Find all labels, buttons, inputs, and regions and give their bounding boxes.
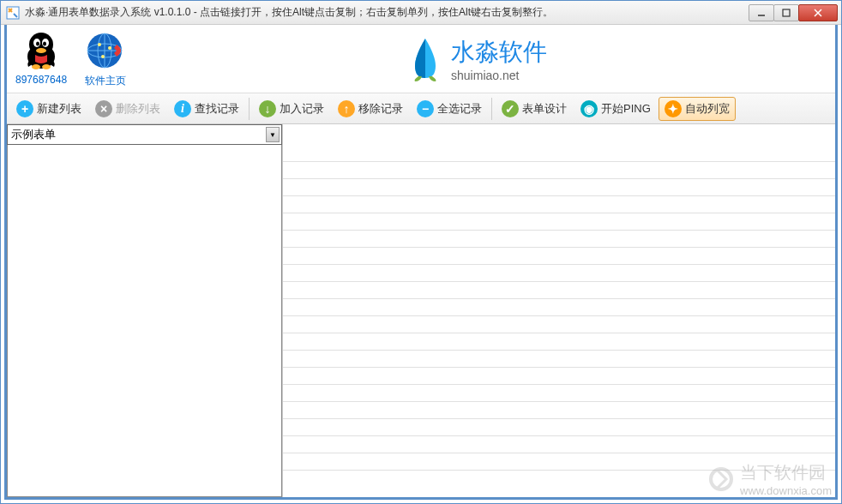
grid-row[interactable] [283, 333, 835, 351]
droplet-icon [406, 35, 444, 83]
remove-record-button[interactable]: ↑ 移除记录 [332, 97, 409, 121]
svg-point-7 [36, 42, 39, 46]
grid-row[interactable] [283, 351, 835, 368]
toolbar-separator [249, 98, 250, 120]
grid-row[interactable] [283, 162, 835, 179]
svg-point-18 [108, 46, 111, 50]
svg-point-11 [42, 64, 51, 69]
content-area: 示例表单 ▼ [7, 124, 835, 497]
form-design-label: 表单设计 [522, 101, 567, 117]
svg-point-19 [101, 55, 105, 58]
down-arrow-icon: ↓ [259, 100, 276, 117]
plus-icon: + [16, 100, 33, 117]
app-body: 897687648 软件主页 [4, 25, 838, 500]
minus-icon: − [417, 100, 434, 117]
qq-icon [20, 29, 63, 72]
window-title: 水淼·通用表单数据录入系统 v1.0.1.0 - 点击链接打开，按住Alt键点击… [25, 5, 749, 20]
info-icon: i [174, 100, 191, 117]
up-arrow-icon: ↑ [338, 100, 355, 117]
qq-label: 897687648 [15, 74, 67, 86]
x-icon: × [95, 100, 112, 117]
svg-point-10 [32, 64, 40, 69]
grid-row[interactable] [283, 299, 835, 316]
chevron-down-icon: ▼ [266, 127, 280, 142]
grid-row[interactable] [283, 231, 835, 248]
width-icon: ✦ [665, 100, 682, 117]
svg-rect-2 [783, 9, 790, 16]
globe-icon [84, 29, 127, 72]
app-window: 水淼·通用表单数据录入系统 v1.0.1.0 - 点击链接打开，按住Alt键点击… [0, 0, 842, 504]
grid-row[interactable] [283, 265, 835, 282]
check-icon: ✓ [502, 100, 519, 117]
qq-block[interactable]: 897687648 [15, 29, 67, 88]
svg-point-9 [36, 48, 46, 53]
left-panel: 示例表单 ▼ [7, 124, 283, 497]
auto-width-label: 自动列宽 [685, 101, 730, 117]
header-left: 897687648 软件主页 [15, 29, 127, 88]
new-list-label: 新建列表 [37, 101, 81, 117]
remove-record-label: 移除记录 [358, 101, 403, 117]
select-all-button[interactable]: − 全选记录 [411, 97, 488, 121]
form-design-button[interactable]: ✓ 表单设计 [496, 97, 573, 121]
grid-row[interactable] [283, 385, 835, 402]
app-icon [6, 6, 20, 20]
logo-main: 水淼软件 [451, 36, 547, 69]
form-dropdown[interactable]: 示例表单 ▼ [7, 124, 282, 145]
grid-row[interactable] [283, 282, 835, 299]
window-controls [749, 4, 838, 21]
left-list[interactable] [7, 145, 282, 497]
ping-icon: ◉ [580, 100, 598, 117]
dropdown-selected: 示例表单 [11, 127, 56, 142]
watermark-sub: www.downxia.com [740, 484, 832, 497]
header-center: 水淼软件 shuimiao.net [127, 35, 827, 83]
minimize-button[interactable] [749, 4, 774, 21]
grid-row[interactable] [283, 145, 835, 162]
start-ping-button[interactable]: ◉ 开始PING [574, 97, 657, 121]
watermark-main: 当下软件园 [740, 461, 832, 484]
find-record-label: 查找记录 [195, 101, 239, 117]
close-button[interactable] [798, 4, 838, 21]
grid-row[interactable] [283, 419, 835, 436]
grid-row[interactable] [283, 436, 835, 453]
logo-sub: shuimiao.net [451, 69, 547, 82]
add-record-label: 加入记录 [280, 101, 324, 117]
grid-row[interactable] [283, 248, 835, 265]
delete-list-label: 删除列表 [116, 101, 160, 117]
add-record-button[interactable]: ↓ 加入记录 [253, 97, 330, 121]
find-record-button[interactable]: i 查找记录 [168, 97, 245, 121]
toolbar: + 新建列表 × 删除列表 i 查找记录 ↓ 加入记录 ↑ 移除记录 − [7, 93, 835, 124]
home-block[interactable]: 软件主页 [84, 29, 127, 88]
svg-point-8 [43, 42, 46, 46]
grid-row[interactable] [283, 368, 835, 385]
logo-area: 水淼软件 shuimiao.net [406, 35, 547, 83]
maximize-button[interactable] [773, 4, 799, 21]
grid-row[interactable] [283, 316, 835, 333]
titlebar[interactable]: 水淼·通用表单数据录入系统 v1.0.1.0 - 点击链接打开，按住Alt键点击… [1, 1, 841, 25]
start-ping-label: 开始PING [601, 101, 651, 117]
toolbar-separator [491, 98, 492, 120]
grid-row[interactable] [283, 402, 835, 419]
grid-row[interactable] [283, 196, 835, 213]
svg-point-17 [98, 43, 101, 46]
logo-text: 水淼软件 shuimiao.net [451, 36, 547, 82]
grid-row[interactable] [283, 179, 835, 196]
home-label: 软件主页 [85, 74, 126, 88]
header-area: 897687648 软件主页 [7, 25, 835, 93]
watermark-icon [707, 465, 735, 493]
select-all-label: 全选记录 [437, 101, 482, 117]
watermark: 当下软件园 www.downxia.com [707, 461, 832, 497]
new-list-button[interactable]: + 新建列表 [10, 97, 87, 121]
auto-width-button[interactable]: ✦ 自动列宽 [659, 97, 736, 121]
grid-row[interactable] [283, 213, 835, 231]
delete-list-button[interactable]: × 删除列表 [89, 97, 166, 121]
svg-point-20 [711, 469, 731, 489]
right-panel[interactable] [283, 124, 835, 497]
